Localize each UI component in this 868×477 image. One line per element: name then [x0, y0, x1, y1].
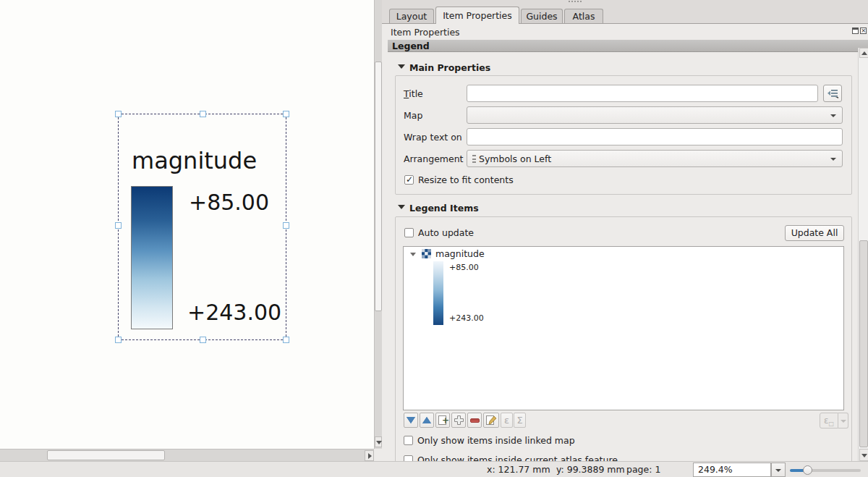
resize-to-fit-checkbox[interactable] [404, 175, 414, 185]
scroll-down-button[interactable] [375, 436, 382, 447]
move-item-up-button[interactable] [420, 413, 434, 428]
title-input[interactable] [467, 85, 818, 102]
tree-ramp-max-label: +85.00 [449, 263, 479, 272]
resize-handle-w[interactable] [115, 222, 122, 229]
remove-item-button[interactable] [467, 413, 482, 428]
auto-update-checkbox[interactable] [404, 228, 414, 237]
edit-item-button[interactable] [483, 413, 499, 428]
resize-handle-nw[interactable] [115, 111, 122, 117]
map-combobox[interactable] [467, 106, 843, 124]
only-linked-map-label: Only show items inside linked map [417, 435, 575, 446]
zoom-level-dropdown-button[interactable] [771, 463, 786, 477]
panel-vertical-scrollbar[interactable] [858, 48, 868, 461]
expression-icon: ε [504, 415, 509, 426]
panel-tabstrip: Layout Item Properties Guides Atlas [382, 0, 868, 24]
add-item-button[interactable] [451, 413, 466, 428]
tree-color-ramp [433, 261, 443, 325]
cursor-x-readout: x: 121.77 mm [487, 464, 550, 475]
move-up-icon [422, 417, 431, 423]
scroll-right-button[interactable] [365, 450, 374, 461]
zoom-level-combobox[interactable]: 249.4% [693, 463, 771, 477]
zoom-slider-handle[interactable] [803, 465, 812, 475]
arrow-down-icon [376, 441, 382, 444]
filter-expression-button[interactable]: ε□ [820, 413, 848, 429]
scroll-down-button[interactable] [859, 449, 868, 461]
only-atlas-checkbox[interactable] [404, 455, 413, 461]
arrow-up-icon [861, 51, 867, 55]
collapse-arrow-icon[interactable] [398, 64, 405, 69]
title-label: Title [404, 88, 423, 99]
chevron-down-icon [830, 114, 836, 117]
filter-expression-icon: ε□ [820, 413, 838, 429]
title-label-rest: itle [409, 88, 423, 99]
tab-guides[interactable]: Guides [521, 9, 563, 23]
legend-items-tree[interactable]: magnitude +85.00 +243.00 [403, 246, 844, 410]
edit-expression-button[interactable]: ε [501, 413, 513, 428]
main-properties-header[interactable]: Main Properties [409, 62, 490, 73]
tab-layout[interactable]: Layout [389, 9, 434, 23]
resize-handle-n[interactable] [200, 111, 206, 117]
auto-update-label: Auto update [418, 227, 474, 238]
wrap-text-label: Wrap text on [404, 132, 462, 143]
arrow-right-icon [368, 453, 372, 459]
tree-ramp-min-label: +243.00 [449, 313, 484, 323]
item-properties-panel: Layout Item Properties Guides Atlas Item… [382, 0, 868, 461]
add-item-icon [454, 415, 464, 425]
tab-item-properties[interactable]: Item Properties [435, 7, 519, 24]
move-item-down-button[interactable] [404, 413, 418, 428]
arrangement-combobox[interactable]: Symbols on Left [467, 150, 843, 167]
zoom-slider-track [808, 469, 861, 472]
collapse-arrow-icon[interactable] [398, 205, 405, 209]
plus-glyph: + [442, 415, 449, 426]
canvas-vertical-scrollbar[interactable] [374, 0, 382, 449]
chevron-down-icon [841, 420, 846, 423]
float-dock-icon[interactable] [852, 28, 859, 34]
tab-atlas[interactable]: Atlas [564, 9, 603, 23]
cursor-y-readout: y: 99.3889 mm [556, 464, 625, 475]
dock-title: Item Properties [391, 27, 460, 38]
drag-grip-icon [472, 155, 476, 164]
arrangement-label: Arrangement [404, 153, 464, 164]
dock-titlebar: Item Properties × [382, 25, 868, 40]
edit-item-icon [487, 415, 497, 426]
tree-layer-label[interactable]: magnitude [435, 248, 485, 259]
canvas-horizontal-scrollbar-thumb[interactable] [47, 450, 165, 460]
sum-button[interactable]: Σ [514, 413, 526, 428]
dock-grip-icon [569, 1, 582, 2]
map-label: Map [404, 110, 422, 121]
close-dock-icon[interactable]: × [860, 28, 867, 34]
tree-expander-icon[interactable] [410, 253, 416, 256]
data-defined-override-button[interactable] [823, 85, 842, 102]
canvas-ramp-min-label: +243.00 [187, 300, 281, 325]
data-defined-icon [827, 88, 838, 98]
only-linked-map-checkbox[interactable] [404, 436, 413, 445]
canvas-color-ramp [131, 186, 173, 329]
sum-icon: Σ [516, 415, 522, 426]
canvas-vertical-scrollbar-thumb[interactable] [375, 62, 382, 311]
resize-handle-ne[interactable] [283, 111, 289, 117]
layout-canvas[interactable]: magnitude +85.00 +243.00 [0, 0, 374, 449]
wrap-text-input[interactable] [467, 128, 843, 145]
move-down-icon [407, 417, 415, 423]
resize-handle-se[interactable] [283, 337, 289, 343]
remove-item-icon [470, 418, 480, 423]
canvas-horizontal-scrollbar[interactable] [0, 449, 374, 461]
resize-handle-sw[interactable] [115, 337, 122, 343]
raster-layer-icon [422, 249, 431, 258]
chevron-down-icon [775, 469, 781, 472]
chevron-down-icon [830, 158, 836, 161]
item-type-header: Legend [388, 40, 868, 52]
resize-handle-s[interactable] [200, 337, 206, 343]
page-readout: page: 1 [626, 464, 660, 475]
resize-handle-e[interactable] [283, 222, 289, 229]
canvas-ramp-max-label: +85.00 [189, 190, 269, 215]
qgis-layout-window: magnitude +85.00 +243.00 Layout Item Pro… [0, 0, 868, 477]
scroll-up-button[interactable] [859, 48, 868, 58]
resize-to-fit-label: Resize to fit contents [418, 174, 514, 185]
add-group-button[interactable]: + [435, 413, 450, 428]
filter-expression-dropdown[interactable] [838, 413, 848, 429]
status-bar: x: 121.77 mm y: 99.3889 mm page: 1 249.4… [0, 461, 868, 477]
legend-items-header[interactable]: Legend Items [409, 203, 479, 214]
panel-scrollbar-thumb[interactable] [859, 240, 868, 447]
update-all-button[interactable]: Update All [785, 225, 844, 241]
